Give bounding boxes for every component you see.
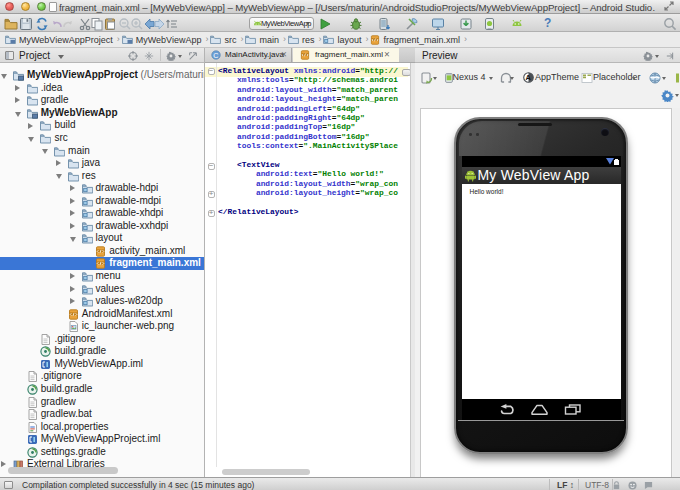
- svg-text:C: C: [213, 52, 218, 60]
- svg-text:A: A: [526, 73, 532, 82]
